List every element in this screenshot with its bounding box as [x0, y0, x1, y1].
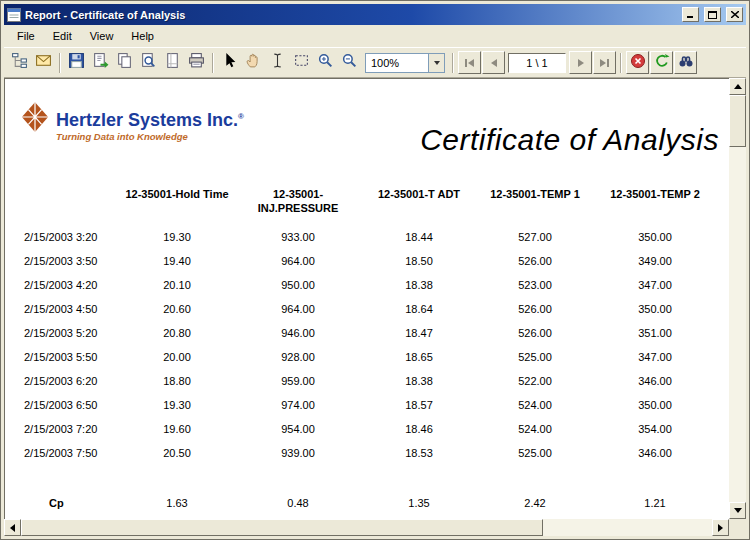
text-select-tool-button[interactable] [266, 51, 289, 74]
value-cell: 19.30 [121, 393, 233, 417]
page-indicator: 1 \ 1 [526, 57, 547, 69]
search-page-button[interactable] [137, 51, 160, 74]
value-cell: 18.65 [363, 345, 475, 369]
refresh-button[interactable] [650, 51, 673, 74]
toggle-group-tree-button[interactable] [8, 51, 31, 74]
table-row: 2/15/2003 5:2020.80946.0018.47526.00351.… [21, 321, 715, 345]
scroll-right-button[interactable] [712, 519, 729, 536]
value-cell: 346.00 [595, 441, 715, 465]
minimize-button[interactable] [682, 7, 699, 22]
value-cell: 20.00 [121, 345, 233, 369]
stat-value-cell: -0.10 [121, 515, 233, 519]
vertical-scroll-thumb[interactable] [729, 95, 746, 147]
value-cell: 347.00 [595, 345, 715, 369]
menu-edit[interactable]: Edit [44, 27, 81, 45]
value-cell: 19.30 [121, 225, 233, 249]
toolbar-separator [212, 53, 214, 73]
export-report-button[interactable] [32, 51, 55, 74]
zoom-value: 100% [366, 57, 428, 69]
stop-loading-button[interactable] [626, 51, 649, 74]
table-row: 2/15/2003 6:5019.30974.0018.57524.00350.… [21, 393, 715, 417]
last-page-button[interactable] [593, 51, 616, 74]
pan-tool-button[interactable] [242, 51, 265, 74]
horizontal-scroll-track[interactable] [543, 519, 712, 536]
zoom-dropdown-button[interactable] [428, 54, 444, 72]
value-cell: 18.38 [363, 273, 475, 297]
logo-diamond-icon [21, 99, 49, 139]
date-cell: 2/15/2003 7:20 [21, 417, 121, 441]
print-button[interactable] [185, 51, 208, 74]
scroll-down-button[interactable] [729, 502, 746, 519]
value-cell: 346.00 [595, 369, 715, 393]
date-cell: 2/15/2003 5:20 [21, 321, 121, 345]
page-setup-button[interactable] [161, 51, 184, 74]
stat-value-cell: 1.63 [121, 491, 233, 515]
first-page-button[interactable] [458, 51, 481, 74]
company-name: Hertzler Systems Inc.® [56, 107, 244, 130]
prev-page-icon [491, 59, 497, 67]
value-cell: 527.00 [475, 225, 595, 249]
zoom-combobox[interactable]: 100% [365, 53, 445, 73]
value-cell: 964.00 [233, 297, 363, 321]
vertical-scrollbar[interactable] [729, 78, 746, 519]
value-cell: 525.00 [475, 345, 595, 369]
column-header: 12-35001-Hold Time [121, 187, 233, 225]
close-button[interactable] [726, 7, 743, 22]
copy-icon [116, 52, 133, 73]
hand-icon [245, 52, 262, 73]
horizontal-scrollbar[interactable] [4, 519, 729, 536]
menu-file[interactable]: File [8, 27, 44, 45]
report-canvas: Hertzler Systems Inc.® Turning Data into… [4, 78, 729, 519]
stat-value-cell: 2.37 [475, 515, 595, 519]
maximize-button[interactable] [704, 7, 721, 22]
stat-value-cell: 2.42 [475, 491, 595, 515]
find-button[interactable] [674, 51, 697, 74]
zoom-in-button[interactable] [314, 51, 337, 74]
data-table: 12-35001-Hold Time12-35001-INJ.PRESSURE1… [21, 187, 715, 519]
value-cell: 350.00 [595, 225, 715, 249]
scrollbar-corner [729, 519, 746, 536]
zoom-in-icon [317, 52, 334, 73]
value-cell: 946.00 [233, 321, 363, 345]
spacer-row [21, 465, 715, 491]
last-page-icon [600, 59, 609, 67]
value-cell: 526.00 [475, 321, 595, 345]
arrow-left-icon [10, 524, 15, 532]
prev-page-button[interactable] [482, 51, 505, 74]
value-cell: 526.00 [475, 249, 595, 273]
column-header: 12-35001-TEMP 2 [595, 187, 715, 225]
column-header: 12-35001-T ADT [363, 187, 475, 225]
value-cell: 20.80 [121, 321, 233, 345]
save-button[interactable] [65, 51, 88, 74]
value-cell: 354.00 [595, 417, 715, 441]
menu-view[interactable]: View [81, 27, 123, 45]
page-number-box[interactable]: 1 \ 1 [508, 53, 566, 73]
title-bar[interactable]: Report - Certificate of Analysis [4, 4, 746, 25]
vertical-scroll-track[interactable] [729, 147, 746, 502]
snapshot-tool-button[interactable] [290, 51, 313, 74]
table-row: 2/15/2003 5:5020.00928.0018.65525.00347.… [21, 345, 715, 369]
chevron-down-icon [434, 61, 440, 65]
scroll-left-button[interactable] [4, 519, 21, 536]
date-cell: 2/15/2003 6:20 [21, 369, 121, 393]
next-page-button[interactable] [569, 51, 592, 74]
export-document-button[interactable] [89, 51, 112, 74]
date-cell: 2/15/2003 3:20 [21, 225, 121, 249]
report-header: Hertzler Systems Inc.® Turning Data into… [21, 99, 719, 157]
table-body: 2/15/2003 3:2019.30933.0018.44527.00350.… [21, 225, 715, 519]
value-cell: 526.00 [475, 297, 595, 321]
select-tool-button[interactable] [218, 51, 241, 74]
menu-help[interactable]: Help [122, 27, 163, 45]
logo-texts: Hertzler Systems Inc.® Turning Data into… [56, 99, 244, 142]
zoom-out-button[interactable] [338, 51, 361, 74]
horizontal-scroll-thumb[interactable] [21, 519, 543, 536]
value-cell: 928.00 [233, 345, 363, 369]
copy-button[interactable] [113, 51, 136, 74]
table-row: 2/15/2003 4:2020.10950.0018.38523.00347.… [21, 273, 715, 297]
column-header: 12-35001-TEMP 1 [475, 187, 595, 225]
scroll-up-button[interactable] [729, 78, 746, 95]
stat-value-cell: 1.09 [595, 515, 715, 519]
group-tree-icon [11, 52, 28, 73]
table-row: 2/15/2003 7:2019.60954.0018.46524.00354.… [21, 417, 715, 441]
table-row: 2/15/2003 3:5019.40964.0018.50526.00349.… [21, 249, 715, 273]
